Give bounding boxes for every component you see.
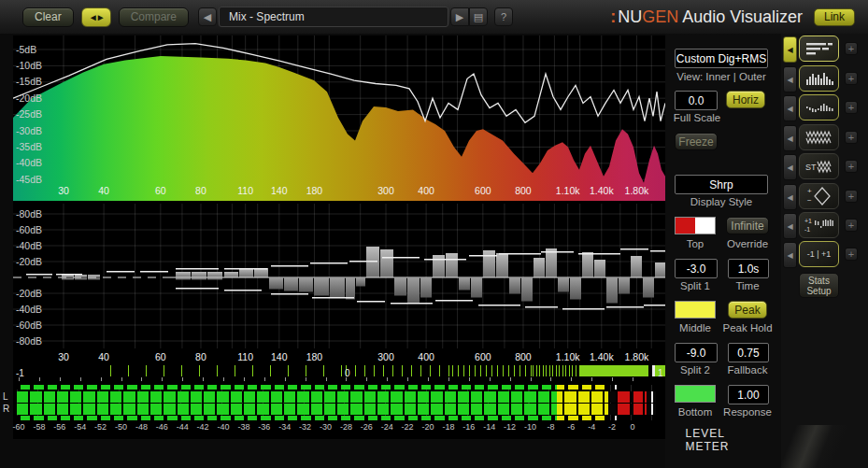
peak-button[interactable]: Peak bbox=[728, 301, 767, 319]
correlation-line bbox=[439, 365, 440, 376]
chevron-left-icon: ◀ bbox=[787, 222, 792, 231]
bottom-color-swatch[interactable] bbox=[675, 385, 716, 403]
mirror-bars-plot[interactable]: -20dB-40dB-60dB-80dB-80dB-60dB-40dB-20dB… bbox=[13, 204, 665, 364]
help-button[interactable]: ? bbox=[494, 7, 513, 26]
collapse-arrow-button[interactable]: ◀ bbox=[783, 36, 797, 63]
add-view-button[interactable]: + bbox=[845, 248, 858, 261]
collapse-arrow-button[interactable]: ◀ bbox=[783, 125, 797, 151]
view-mode-label[interactable]: View: Inner | Outer bbox=[676, 71, 765, 82]
fallback-value[interactable]: 0.75 bbox=[728, 343, 769, 362]
mirror-bar-down bbox=[269, 278, 283, 290]
clear-button[interactable]: Clear bbox=[22, 7, 74, 27]
full-scale-label: Full Scale bbox=[674, 112, 721, 123]
add-view-button[interactable]: + bbox=[845, 160, 858, 173]
response-label: Response bbox=[723, 406, 772, 418]
split2-value[interactable]: -9.0 bbox=[675, 343, 718, 362]
chevron-left-icon: ◀ bbox=[787, 76, 792, 84]
peak-hold-dash bbox=[499, 253, 541, 255]
ruler-tick bbox=[346, 377, 347, 381]
collapse-arrow-button[interactable]: ◀ bbox=[783, 95, 797, 121]
view-correlation-spectrum-button[interactable]: +1 -1 bbox=[799, 212, 839, 238]
add-view-button[interactable]: + bbox=[845, 42, 858, 55]
middle-color-swatch[interactable] bbox=[675, 301, 716, 319]
correlation-line bbox=[217, 365, 218, 376]
add-view-button[interactable]: + bbox=[845, 72, 858, 85]
preset-selector[interactable]: Mix - Spectrum bbox=[219, 7, 448, 27]
rms-meter-top bbox=[17, 385, 656, 390]
collapse-arrow-button[interactable]: ◀ bbox=[783, 184, 797, 210]
preset-prev-button[interactable]: ◀ bbox=[198, 7, 217, 26]
ruler-tick bbox=[101, 377, 102, 381]
view-waveform-button[interactable] bbox=[799, 124, 839, 150]
ruler-tick bbox=[203, 377, 204, 381]
meter-left-channel bbox=[17, 391, 656, 403]
db-tick-label: -25dB bbox=[16, 108, 42, 120]
view-spectrum-bars-button[interactable] bbox=[799, 65, 839, 92]
freq-tick-label: 400 bbox=[418, 185, 434, 196]
full-scale-value[interactable]: 0.0 bbox=[675, 91, 718, 110]
correlation-line bbox=[164, 365, 164, 376]
view-vectorscope-button[interactable]: + − bbox=[799, 183, 839, 209]
correlation-line bbox=[491, 365, 492, 376]
rms-peak-tick bbox=[615, 385, 617, 390]
display-style-selector[interactable]: Shrp bbox=[675, 175, 768, 194]
freeze-button[interactable]: Freeze bbox=[675, 133, 718, 150]
view-selector-strip: ◀ + ◀ + ◀ bbox=[781, 34, 868, 468]
svg-text:−: − bbox=[807, 196, 812, 205]
add-view-button[interactable]: + bbox=[845, 131, 858, 144]
peak-hold-line bbox=[651, 404, 653, 415]
link-button[interactable]: Link bbox=[814, 8, 855, 26]
db-scale-label: -50 bbox=[115, 422, 127, 432]
view-levels-button[interactable] bbox=[799, 35, 839, 62]
db-scale-label: -18 bbox=[442, 422, 454, 432]
preset-next-button[interactable]: ▶ bbox=[450, 7, 469, 26]
stats-setup-button[interactable]: Stats Setup bbox=[799, 273, 839, 298]
db-scale-label: -48 bbox=[135, 422, 148, 432]
logo-dots-icon: : bbox=[610, 7, 616, 27]
collapse-arrow-button[interactable]: ◀ bbox=[783, 66, 797, 92]
collapse-arrow-button[interactable]: ◀ bbox=[783, 154, 797, 180]
db-tick-label: -40dB bbox=[16, 157, 42, 168]
mirror-bar-down bbox=[459, 278, 470, 291]
control-panel: Custom Dig+RMS View: Inner | Outer 0.0 H… bbox=[665, 34, 788, 468]
db-tick-label: -20dB bbox=[16, 288, 42, 299]
correlation-line bbox=[411, 365, 412, 376]
swap-arrows-button[interactable]: ◄► bbox=[81, 7, 111, 27]
correlation-line bbox=[543, 365, 544, 376]
collapse-arrow-button[interactable]: ◀ bbox=[783, 242, 797, 268]
db-tick-label: -80dB bbox=[16, 208, 42, 220]
view-spectrum-curve-button[interactable] bbox=[799, 94, 839, 121]
correlation-line bbox=[475, 365, 476, 376]
db-tick-label: -35dB bbox=[16, 141, 42, 152]
correlation-line bbox=[565, 365, 566, 376]
freq-tick-label: 1.40k bbox=[590, 351, 614, 362]
peak-hold-dash bbox=[176, 268, 219, 270]
time-value[interactable]: 1.0s bbox=[728, 259, 769, 278]
mirror-bar-up bbox=[483, 250, 495, 277]
db-scale-label: -4 bbox=[588, 422, 595, 432]
top-color-swatch[interactable] bbox=[675, 217, 716, 234]
response-value[interactable]: 1.00 bbox=[728, 385, 769, 404]
infinite-button[interactable]: Infinite bbox=[726, 217, 769, 234]
add-view-button[interactable]: + bbox=[845, 219, 858, 232]
preset-menu-button[interactable]: ▤ bbox=[469, 7, 488, 26]
peak-hold-dash bbox=[271, 265, 308, 267]
split1-value[interactable]: -3.0 bbox=[675, 259, 718, 278]
ruler-tick bbox=[591, 377, 592, 381]
collapse-arrow-button[interactable]: ◀ bbox=[783, 213, 797, 239]
chevron-left-icon: ◀ bbox=[787, 135, 792, 143]
db-scale-label: -8 bbox=[547, 422, 554, 432]
add-view-button[interactable]: + bbox=[845, 101, 858, 114]
view-stereo-wave-button[interactable]: ST bbox=[799, 153, 839, 179]
correlation-line bbox=[514, 365, 515, 376]
compare-button[interactable]: Compare bbox=[119, 7, 189, 27]
view-correlation-meter-button[interactable]: -1 | +1 bbox=[799, 241, 839, 267]
db-scale-label: -34 bbox=[278, 422, 291, 432]
mode-selector[interactable]: Custom Dig+RMS bbox=[675, 49, 768, 68]
spectrum-analyzer-plot[interactable]: -5dB-10dB-15dB-20dB-25dB-30dB-35dB-40dB-… bbox=[13, 35, 665, 201]
add-view-button[interactable]: + bbox=[845, 190, 858, 203]
correlation-line bbox=[452, 365, 453, 376]
correlation-line bbox=[536, 365, 537, 376]
horiz-button[interactable]: Horiz bbox=[726, 91, 765, 108]
main-display: -5dB-10dB-15dB-20dB-25dB-30dB-35dB-40dB-… bbox=[13, 35, 665, 439]
